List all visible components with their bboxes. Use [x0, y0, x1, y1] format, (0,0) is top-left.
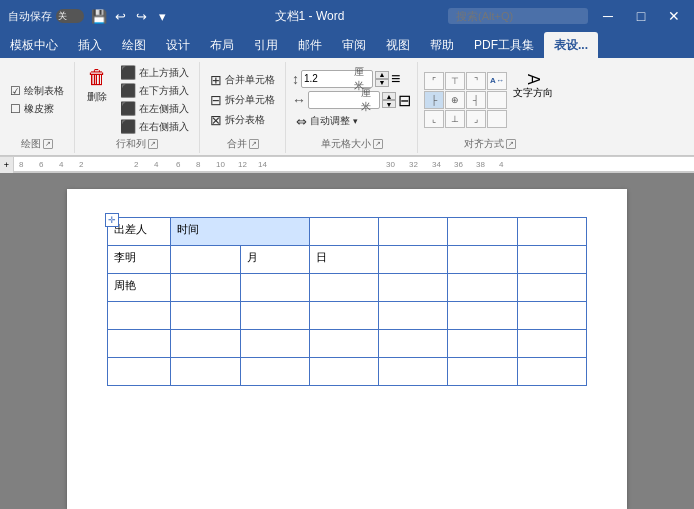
align-top-center[interactable]: ⊤ [445, 72, 465, 90]
delete-button[interactable]: 🗑 删除 [81, 64, 113, 106]
align-top-right[interactable]: ⌝ [466, 72, 486, 90]
search-input[interactable] [448, 8, 588, 24]
minimize-button[interactable]: ─ [592, 6, 624, 26]
save-icon[interactable]: 💾 [90, 7, 108, 25]
tab-draw[interactable]: 绘图 [112, 32, 156, 58]
table-cell-r3c4[interactable] [379, 302, 448, 330]
height-spin-down[interactable]: ▼ [375, 79, 389, 87]
table-cell-r5c4[interactable] [379, 358, 448, 386]
table-cell-r0c6[interactable] [517, 218, 586, 246]
table-cell-r1c3[interactable]: 日 [309, 246, 378, 274]
col-width-input[interactable]: 厘米 [308, 91, 380, 109]
table-cell-r2c5[interactable] [448, 274, 517, 302]
table-cell-r4c1[interactable] [171, 330, 240, 358]
split-table-button[interactable]: ⊠ 拆分表格 [206, 111, 279, 129]
tab-mailings[interactable]: 邮件 [288, 32, 332, 58]
maximize-button[interactable]: □ [625, 6, 657, 26]
table-cell-r2c0[interactable]: 周艳 [108, 274, 171, 302]
table-cell-r2c6[interactable] [517, 274, 586, 302]
align-middle-left[interactable]: ├ [424, 91, 444, 109]
group-cell-size-expand[interactable]: ↗ [373, 139, 383, 149]
table-cell-r4c0[interactable] [108, 330, 171, 358]
align-top-left[interactable]: ⌜ [424, 72, 444, 90]
tab-review[interactable]: 审阅 [332, 32, 376, 58]
width-spin-up[interactable]: ▲ [382, 92, 396, 100]
table-cell-r1c1[interactable] [171, 246, 240, 274]
align-middle-center[interactable]: ⊕ [445, 91, 465, 109]
table-cell-r3c3[interactable] [309, 302, 378, 330]
group-align-expand[interactable]: ↗ [506, 139, 516, 149]
table-cell-r1c6[interactable] [517, 246, 586, 274]
table-cell-r3c1[interactable] [171, 302, 240, 330]
split-cells-button[interactable]: ⊟ 拆分单元格 [206, 91, 279, 109]
table-cell-r5c0[interactable] [108, 358, 171, 386]
width-spin-down[interactable]: ▼ [382, 100, 396, 108]
table-cell-r0c4[interactable] [379, 218, 448, 246]
redo-icon[interactable]: ↪ [132, 7, 150, 25]
tab-references[interactable]: 引用 [244, 32, 288, 58]
insert-below-button[interactable]: ⬛ 在下方插入 [116, 82, 193, 99]
align-bottom-left[interactable]: ⌞ [424, 110, 444, 128]
table-cell-r1c0[interactable]: 李明 [108, 246, 171, 274]
table-cell-r5c3[interactable] [309, 358, 378, 386]
autosave-toggle[interactable]: 关 [56, 9, 84, 23]
tab-pdf-tools[interactable]: PDF工具集 [464, 32, 544, 58]
table-cell-r5c5[interactable] [448, 358, 517, 386]
table-move-handle[interactable]: ✛ [105, 213, 119, 227]
auto-adjust-button[interactable]: ⇔ 自动调整 ▾ [292, 113, 362, 130]
table-cell-r3c6[interactable] [517, 302, 586, 330]
insert-above-button[interactable]: ⬛ 在上方插入 [116, 64, 193, 81]
text-direction-button[interactable]: A 文字方向 [511, 72, 555, 103]
table-cell-r2c1[interactable] [171, 274, 240, 302]
tab-design[interactable]: 设计 [156, 32, 200, 58]
align-top-justify[interactable]: A↔ [487, 72, 507, 90]
table-cell-r2c2[interactable] [240, 274, 309, 302]
draw-table-button[interactable]: ☑ 绘制表格 [6, 83, 68, 99]
tab-insert[interactable]: 插入 [68, 32, 112, 58]
table-cell-r2c4[interactable] [379, 274, 448, 302]
align-middle-justify[interactable] [487, 91, 507, 109]
table-cell-r1c4[interactable] [379, 246, 448, 274]
align-bottom-justify[interactable] [487, 110, 507, 128]
group-draw-expand[interactable]: ↗ [43, 139, 53, 149]
ruler-corner[interactable]: + [0, 157, 14, 173]
row-height-value[interactable] [304, 73, 354, 84]
table-cell-r4c6[interactable] [517, 330, 586, 358]
row-height-input[interactable]: 厘米 [301, 70, 373, 88]
table-cell-r4c3[interactable] [309, 330, 378, 358]
table-cell-r3c5[interactable] [448, 302, 517, 330]
align-middle-right[interactable]: ┤ [466, 91, 486, 109]
table-cell-r4c5[interactable] [448, 330, 517, 358]
group-rows-cols-expand[interactable]: ↗ [148, 139, 158, 149]
table-cell-r3c2[interactable] [240, 302, 309, 330]
tab-view[interactable]: 视图 [376, 32, 420, 58]
table-cell-r0c1[interactable]: 时间 [171, 218, 310, 246]
eraser-button[interactable]: ☐ 橡皮擦 [6, 101, 68, 117]
group-merge-expand[interactable]: ↗ [249, 139, 259, 149]
table-cell-r5c1[interactable] [171, 358, 240, 386]
insert-right-button[interactable]: ⬛ 在右侧插入 [116, 118, 193, 135]
close-button[interactable]: ✕ [658, 6, 690, 26]
merge-cells-button[interactable]: ⊞ 合并单元格 [206, 71, 279, 89]
table-cell-r4c2[interactable] [240, 330, 309, 358]
more-tools-icon[interactable]: ▾ [153, 7, 171, 25]
table-cell-r1c5[interactable] [448, 246, 517, 274]
tab-table-design[interactable]: 表设... [544, 32, 598, 58]
table-cell-r4c4[interactable] [379, 330, 448, 358]
table-cell-r0c3[interactable] [309, 218, 378, 246]
align-bottom-center[interactable]: ⊥ [445, 110, 465, 128]
tab-help[interactable]: 帮助 [420, 32, 464, 58]
table-cell-r3c0[interactable] [108, 302, 171, 330]
tab-layout[interactable]: 布局 [200, 32, 244, 58]
height-spin-up[interactable]: ▲ [375, 71, 389, 79]
table-cell-r5c6[interactable] [517, 358, 586, 386]
col-width-value[interactable] [311, 95, 361, 106]
table-cell-r1c2[interactable]: 月 [240, 246, 309, 274]
table-cell-r0c5[interactable] [448, 218, 517, 246]
table-cell-r5c2[interactable] [240, 358, 309, 386]
auto-adjust-dropdown-icon[interactable]: ▾ [353, 116, 358, 126]
tab-template-center[interactable]: 模板中心 [0, 32, 68, 58]
undo-icon[interactable]: ↩ [111, 7, 129, 25]
align-bottom-right[interactable]: ⌟ [466, 110, 486, 128]
insert-left-button[interactable]: ⬛ 在左侧插入 [116, 100, 193, 117]
